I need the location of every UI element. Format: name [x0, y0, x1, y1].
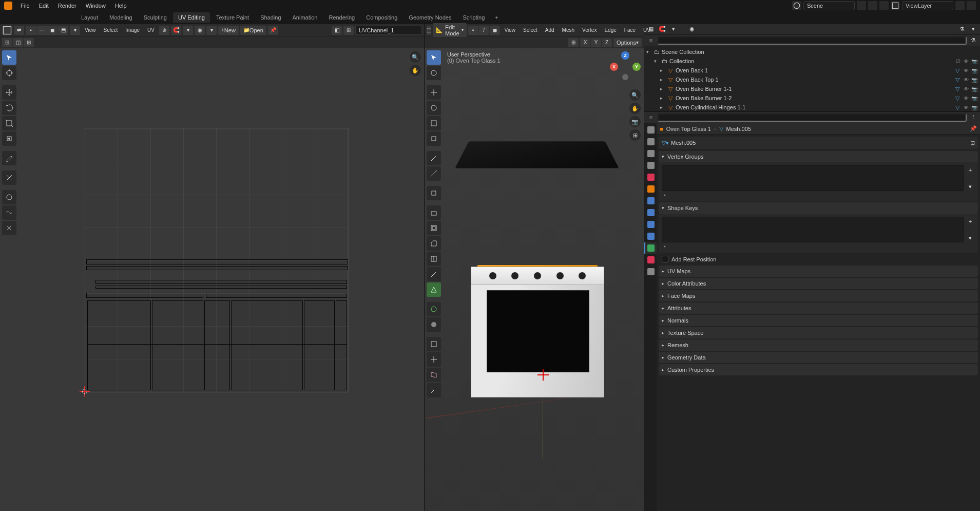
options-dropdown[interactable]: Options ▾ — [613, 38, 642, 47]
render-icon[interactable]: 📷 — [971, 76, 978, 83]
eye-icon[interactable]: 👁 — [963, 76, 970, 83]
tool-transform[interactable] — [2, 131, 16, 146]
snap-x[interactable]: X — [580, 38, 590, 47]
tab-shading[interactable]: Shading — [255, 12, 286, 23]
3d-menu-edge[interactable]: Edge — [601, 27, 619, 33]
tool-3d-rotate[interactable] — [427, 101, 441, 115]
panel-header-shape-keys[interactable]: ▾ Shape Keys — [659, 202, 978, 214]
crumb-object[interactable]: Oven Top Glass 1 — [666, 126, 711, 132]
tab-layout[interactable]: Layout — [76, 12, 103, 23]
panel-header-geometry-data[interactable]: ▸Geometry Data — [659, 352, 978, 363]
zoom-3d-icon[interactable]: 🔍 — [629, 89, 641, 101]
tool-shear[interactable] — [427, 368, 441, 382]
3d-menu-add[interactable]: Add — [542, 27, 558, 33]
tree-scene-collection[interactable]: ▾ 🗀 Scene Collection — [644, 47, 980, 56]
panel-header-color-attributes[interactable]: ▸Color Attributes — [659, 278, 978, 289]
snap-z[interactable]: Z — [602, 38, 612, 47]
add-rest-checkbox[interactable] — [662, 256, 668, 262]
tool-rip[interactable] — [2, 171, 16, 185]
uv-select-edge[interactable]: ─ — [36, 26, 47, 35]
uv-snap-dropdown[interactable]: ▾ — [183, 26, 193, 35]
select-face-mode[interactable]: ◼ — [490, 26, 500, 35]
uv-sync-toggle[interactable]: ⇄ — [14, 26, 24, 35]
panel-header-normals[interactable]: ▸Normals — [659, 315, 978, 326]
layer-btn-2[interactable] — [967, 1, 976, 10]
tab-output[interactable] — [644, 136, 657, 147]
uv-pin-button[interactable]: 📌 — [268, 26, 278, 35]
tool-add-cube[interactable] — [427, 186, 441, 200]
filter-dropdown-icon[interactable]: ▾ — [969, 25, 978, 34]
tool-relax[interactable] — [2, 205, 16, 220]
layer-btn-1[interactable] — [955, 1, 965, 10]
tool-3d-cursor[interactable] — [427, 66, 441, 80]
snap-dropdown-icon[interactable]: ▾ — [669, 25, 678, 34]
3d-menu-uv[interactable]: UV — [640, 27, 654, 33]
tab-texture[interactable] — [644, 266, 657, 277]
tab-modifiers[interactable] — [644, 195, 657, 206]
tool-3d-transform[interactable] — [427, 131, 441, 146]
tab-world[interactable] — [644, 172, 657, 183]
panel-header-face-maps[interactable]: ▸Face Maps — [659, 290, 978, 301]
uv-snap-toggle[interactable]: 🧲 — [171, 26, 181, 35]
tab-object[interactable] — [644, 183, 657, 195]
tool-scale[interactable] — [2, 116, 16, 130]
uv-overlay-2[interactable]: ◫ — [13, 38, 23, 47]
uv-uvmap-icon[interactable]: ⊞ — [343, 26, 354, 35]
add-rest-position-row[interactable]: Add Rest Position — [657, 254, 980, 264]
tool-3d-move[interactable] — [427, 85, 441, 100]
menu-help[interactable]: Help — [111, 1, 131, 10]
uv-menu-select[interactable]: Select — [101, 27, 121, 33]
sk-add-button[interactable]: + — [966, 217, 975, 226]
tool-grab[interactable] — [2, 190, 16, 204]
camera-icon[interactable]: 📷 — [629, 116, 641, 127]
perspective-toggle-icon[interactable]: ⊞ — [629, 129, 641, 141]
uv-select-vertex[interactable]: ▪ — [26, 26, 36, 35]
render-icon[interactable]: 📷 — [971, 94, 978, 102]
tool-inset[interactable] — [427, 221, 441, 235]
sk-menu-button[interactable]: ▾ — [966, 233, 975, 242]
scene-icon[interactable] — [792, 1, 801, 10]
tool-tweak[interactable] — [2, 50, 16, 65]
tool-smooth[interactable] — [427, 317, 441, 332]
uv-sticky-dropdown[interactable]: ▾ — [70, 26, 80, 35]
uv-menu-view[interactable]: View — [82, 27, 99, 33]
viewlayer-name-field[interactable]: ViewLayer — [902, 1, 953, 10]
uv-display-channels[interactable]: ◧ — [332, 26, 342, 35]
tab-scripting[interactable]: Scripting — [457, 12, 490, 23]
panel-header-remesh[interactable]: ▸Remesh — [659, 339, 978, 351]
tab-compositing[interactable]: Compositing — [361, 12, 402, 23]
zoom-icon[interactable]: 🔍 — [410, 51, 421, 63]
outliner-type-dropdown[interactable]: ≡ — [646, 36, 656, 45]
tab-modeling[interactable]: Modeling — [104, 12, 138, 23]
tool-extrude[interactable] — [427, 205, 441, 220]
tool-rip-region[interactable] — [427, 383, 441, 398]
tab-geometry-nodes[interactable]: Geometry Nodes — [403, 12, 456, 23]
collection-check-icon[interactable]: ☑ — [954, 58, 962, 65]
tree-item[interactable]: ▸ ▽ Oven Cylindrical Hinges 1-1 ▽ 👁📷 — [644, 103, 980, 111]
snap-y[interactable]: Y — [591, 38, 601, 47]
tab-particles[interactable] — [644, 207, 657, 218]
pin-breadcrumb-icon[interactable]: 📌 — [970, 125, 977, 132]
tool-cursor[interactable] — [2, 66, 16, 80]
collection-eye-icon[interactable]: 👁 — [963, 58, 970, 65]
tool-edge-slide[interactable] — [427, 337, 441, 351]
tab-object-data[interactable] — [644, 242, 657, 254]
tool-shrink[interactable] — [427, 352, 441, 367]
scene-name-field[interactable]: Scene — [803, 1, 855, 10]
tree-item[interactable]: ▸ ▽ Oven Bake Burner 1-2 ▽ 👁📷 — [644, 93, 980, 103]
panel-header-uv-maps[interactable]: ▸UV Maps — [659, 266, 978, 277]
tool-poly-build[interactable] — [427, 282, 441, 297]
render-icon[interactable]: 📷 — [971, 85, 978, 92]
vg-add-button[interactable]: + — [966, 165, 975, 175]
tree-item[interactable]: ▸ ▽ Oven Back 1 ▽ 👁📷 — [644, 66, 980, 75]
outliner-filter-icon[interactable]: ⚗ — [969, 36, 978, 45]
3d-menu-select[interactable]: Select — [520, 27, 541, 33]
uv-select-face[interactable]: ◼ — [47, 26, 57, 35]
vertex-groups-list[interactable] — [662, 165, 964, 191]
eye-icon[interactable]: 👁 — [963, 67, 970, 74]
render-icon[interactable]: 📷 — [971, 104, 978, 111]
uv-overlay-3[interactable]: ⊞ — [24, 38, 34, 47]
uv-channel-field[interactable]: UVChannel_1 — [355, 26, 422, 35]
collection-render-icon[interactable]: 📷 — [971, 58, 978, 65]
mesh-datablock[interactable]: ▽▾ Mesh.005 ⊡ — [659, 137, 978, 149]
